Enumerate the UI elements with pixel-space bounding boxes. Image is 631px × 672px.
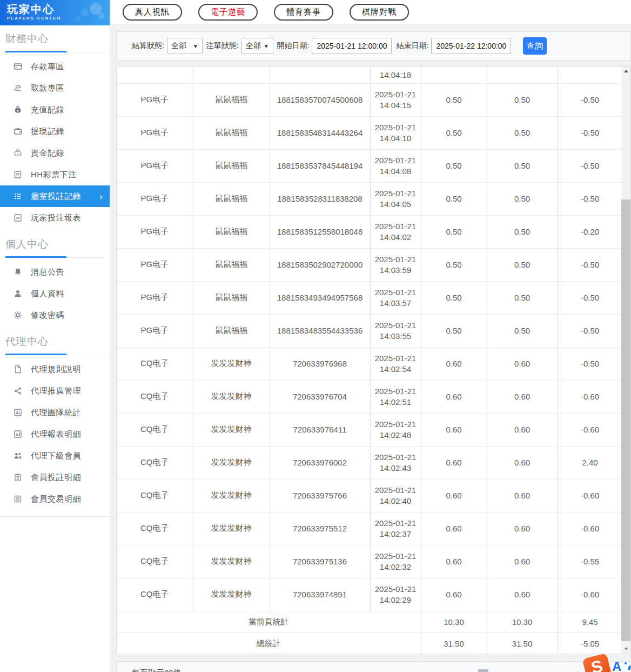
cell-time: 2025-01-2114:02:29 bbox=[370, 578, 421, 611]
cell-time: 2025-01-2114:02:51 bbox=[370, 380, 421, 413]
member-trade-icon bbox=[13, 495, 22, 504]
sidebar-item[interactable]: 代理報表明細 bbox=[0, 423, 110, 445]
start-date-label: 開始日期: bbox=[277, 41, 310, 51]
order-status-select[interactable]: 全部 ▼ bbox=[241, 38, 273, 54]
end-date-input[interactable]: 2025-01-22 12:00:00 bbox=[431, 38, 511, 54]
cell-time: 2025-01-2114:04:10 bbox=[370, 116, 421, 149]
cell-win-loss: -0.50 bbox=[558, 248, 621, 281]
pagination-button-partial[interactable] bbox=[478, 669, 488, 672]
cell-win-loss: -0.60 bbox=[558, 512, 621, 545]
cell-win-loss: -0.60 bbox=[558, 413, 621, 446]
section-underline bbox=[5, 51, 104, 52]
sidebar-item[interactable]: 玩家投注報表 bbox=[0, 207, 110, 229]
sidebar-item[interactable]: ¥資金記錄 bbox=[0, 142, 110, 164]
sidebar-item-label: 提現記錄 bbox=[31, 127, 64, 137]
sidebar-item[interactable]: 代理規則說明 bbox=[0, 358, 110, 380]
screenshot-tool-watermark[interactable]: S A bbox=[582, 655, 631, 672]
cell-game: 鼠鼠福福 bbox=[193, 83, 270, 116]
cell-platform: PG电子 bbox=[117, 116, 193, 149]
cell-game: 鼠鼠福福 bbox=[193, 314, 270, 347]
sidebar-item[interactable]: 代理推廣管理 bbox=[0, 380, 110, 402]
cell-valid-bet bbox=[487, 66, 558, 83]
table-row: CQ电子发发发财神7206339748912025-01-2114:02:290… bbox=[117, 578, 621, 611]
start-date-input[interactable]: 2025-01-21 12:00:00 bbox=[312, 38, 392, 54]
sidebar-item-label: 消息公告 bbox=[31, 267, 64, 277]
sidebar-item[interactable]: 提現記錄 bbox=[0, 121, 110, 142]
cell-time: 2025-01-2114:03:59 bbox=[370, 248, 421, 281]
sidebar-item-label: 存款專區 bbox=[31, 62, 64, 72]
section-title: 個人中心 bbox=[5, 237, 104, 251]
sidebar-item[interactable]: 會員投註明細 bbox=[0, 467, 110, 488]
tab-category[interactable]: 體育賽事 bbox=[274, 4, 333, 21]
cell-bet-id: 1881583502902720000 bbox=[270, 248, 370, 281]
category-tabbar: 真人視訊電子遊藝體育賽事棋牌對戰 bbox=[111, 0, 631, 25]
sidebar-item[interactable]: 消息公告 bbox=[0, 261, 110, 283]
sidebar-item[interactable]: 存款專區 bbox=[0, 56, 110, 77]
cell-time: 2025-01-2114:02:40 bbox=[370, 479, 421, 512]
total-summary-bet: 31.50 bbox=[421, 633, 487, 654]
per-page-text: 每頁顯示20條 bbox=[132, 668, 182, 672]
sidebar-item-label: 資金記錄 bbox=[31, 148, 64, 158]
sidebar-item[interactable]: 個人資料 bbox=[0, 283, 110, 304]
sidebar-item[interactable]: 代理團隊統計 bbox=[0, 402, 110, 423]
scrollbar-thumb[interactable] bbox=[621, 199, 630, 641]
cell-platform: CQ电子 bbox=[117, 545, 193, 578]
scroll-up-button[interactable] bbox=[621, 66, 630, 76]
cell-win-loss: -0.20 bbox=[558, 215, 621, 248]
cell-valid-bet: 0.50 bbox=[487, 149, 558, 182]
cell-valid-bet: 0.50 bbox=[487, 248, 558, 281]
sidebar: 玩家中心 PLAYERS CENTER 財務中心存款專區取款專區¥充值記錄提現記… bbox=[0, 0, 110, 672]
tab-category[interactable]: 真人視訊 bbox=[123, 4, 182, 21]
cell-win-loss: -0.50 bbox=[558, 347, 621, 380]
sidebar-item[interactable]: HH彩票下注 bbox=[0, 164, 110, 185]
cell-bet-id: 1881583493494957568 bbox=[270, 281, 370, 314]
cell-time: 2025-01-2114:04:08 bbox=[370, 149, 421, 182]
cell-bet: 0.60 bbox=[421, 512, 487, 545]
filter-panel: 結算狀態: 全部 ▼ 注單狀態: 全部 ▼ 開始日期: 2025-01-21 1… bbox=[116, 31, 631, 61]
cell-platform: PG电子 bbox=[117, 83, 193, 116]
sidebar-item[interactable]: 代理下級會員 bbox=[0, 445, 110, 467]
scroll-down-button[interactable] bbox=[621, 644, 630, 654]
cell-platform: CQ电子 bbox=[117, 347, 193, 380]
cell-platform: CQ电子 bbox=[117, 413, 193, 446]
cell-game: 发发发财神 bbox=[193, 578, 270, 611]
sidebar-item-label: 會員交易明細 bbox=[31, 494, 81, 504]
table-row: CQ电子发发发财神7206339751362025-01-2114:02:320… bbox=[117, 545, 621, 578]
cell-game: 鼠鼠福福 bbox=[193, 248, 270, 281]
sidebar-item[interactable]: 廳室投註記錄› bbox=[0, 185, 110, 207]
page-summary-label: 當前頁統計 bbox=[117, 611, 421, 633]
cell-win-loss bbox=[558, 66, 621, 83]
search-button[interactable]: 查詢 bbox=[523, 37, 547, 55]
blue-dot-icon bbox=[625, 662, 627, 664]
cell-game: 发发发财神 bbox=[193, 380, 270, 413]
cell-bet: 0.50 bbox=[421, 116, 487, 149]
cell-time: 2025-01-2114:02:48 bbox=[370, 413, 421, 446]
sidebar-item-label: 代理報表明細 bbox=[31, 429, 81, 440]
triangle-up-icon bbox=[624, 70, 628, 72]
cell-win-loss: -0.50 bbox=[558, 281, 621, 314]
cell-bet: 0.60 bbox=[421, 446, 487, 479]
sidebar-nav: 財務中心存款專區取款專區¥充值記錄提現記錄¥資金記錄HH彩票下注廳室投註記錄›玩… bbox=[0, 25, 110, 510]
cell-bet-id: 1881583570074500608 bbox=[270, 83, 370, 116]
cell-platform: PG电子 bbox=[117, 314, 193, 347]
sidebar-item[interactable]: ¥充值記錄 bbox=[0, 99, 110, 121]
share-icon bbox=[13, 387, 22, 396]
section-heading: 財務中心 bbox=[0, 25, 110, 52]
sidebar-item[interactable]: 取款專區 bbox=[0, 77, 110, 99]
sidebar-item-label: 玩家投注報表 bbox=[31, 213, 81, 223]
table-row: PG电子鼠鼠福福18815835700745006082025-01-2114:… bbox=[117, 83, 621, 116]
table-row: PG电子鼠鼠福福18815834835544335362025-01-2114:… bbox=[117, 314, 621, 347]
tab-category[interactable]: 棋牌對戰 bbox=[350, 4, 409, 21]
sidebar-item[interactable]: 會員交易明細 bbox=[0, 488, 110, 510]
pagination-panel: 每頁顯示20條 bbox=[116, 661, 631, 672]
sidebar-item-label: 廳室投註記錄 bbox=[31, 191, 81, 202]
cell-game: 发发发财神 bbox=[193, 413, 270, 446]
cell-bet-id: 720633975766 bbox=[270, 479, 370, 512]
tab-active[interactable]: 電子遊藝 bbox=[198, 4, 258, 21]
cell-valid-bet: 0.60 bbox=[487, 512, 558, 545]
cell-win-loss: -0.50 bbox=[558, 182, 621, 215]
cell-time: 2025-01-2114:03:57 bbox=[370, 281, 421, 314]
settle-status-select[interactable]: 全部 ▼ bbox=[167, 38, 203, 54]
sidebar-item[interactable]: 修改密碼 bbox=[0, 304, 110, 326]
section-heading: 代理中心 bbox=[0, 326, 110, 355]
